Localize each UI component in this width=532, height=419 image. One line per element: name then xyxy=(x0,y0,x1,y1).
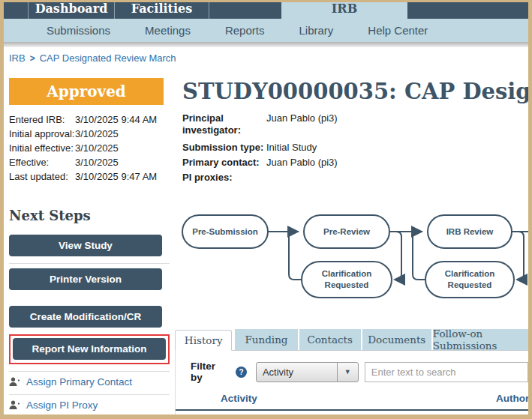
breadcrumb: IRB>CAP Designated Review March xyxy=(4,47,528,64)
breadcrumb-link-irb[interactable]: IRB xyxy=(9,52,26,64)
subnav-item-submissions[interactable]: Submissions xyxy=(47,24,110,37)
tab-contacts[interactable]: Contacts xyxy=(299,329,361,350)
state-label: Requested xyxy=(448,280,492,289)
status-details: Entered IRB: 3/10/2025 9:44 AM Initial a… xyxy=(9,112,175,184)
header-divider-strip xyxy=(4,42,528,47)
subnav-item-reports[interactable]: Reports xyxy=(225,24,265,37)
state-label: Clarification xyxy=(322,269,371,278)
detail-value: 3/10/2025 xyxy=(75,127,119,141)
info-value: Juan Pablo (pi3) xyxy=(266,112,338,136)
assign-primary-contact-link[interactable]: Assign Primary Contact xyxy=(9,376,175,388)
detail-label: Initial effective: xyxy=(9,141,75,155)
info-label: Principal investigator: xyxy=(182,112,266,136)
flow-loop xyxy=(289,232,302,280)
sidebar-divider xyxy=(9,263,170,264)
table-row: Letter Sent Max (irb xyxy=(176,411,528,415)
tab-funding[interactable]: Funding xyxy=(235,329,297,350)
info-value: Initial Study xyxy=(266,142,317,154)
state-label: Requested xyxy=(325,280,369,289)
sidebar-divider xyxy=(9,371,170,372)
tab-history[interactable]: History xyxy=(175,330,232,351)
detail-tabs: History Funding Contacts Documents Follo… xyxy=(175,329,528,350)
top-nav-fill xyxy=(407,2,528,19)
flow-loop xyxy=(413,232,425,280)
link-label: Assign PI Proxy xyxy=(26,400,98,411)
detail-row: Initial effective: 3/10/2025 xyxy=(9,141,175,155)
app-window: Dashboard Facilities IRB Submissions Mee… xyxy=(4,2,528,415)
report-new-information-button[interactable]: Report New Information xyxy=(13,338,166,360)
state-label: Pre-Review xyxy=(323,227,370,236)
detail-value: 3/10/2025 9:44 AM xyxy=(75,112,157,127)
study-info: Principal investigator: Juan Pablo (pi3)… xyxy=(182,112,528,184)
top-tab-label: Dashboard xyxy=(35,2,108,16)
status-badge: Approved xyxy=(9,78,164,105)
screenshot-frame: Dashboard Facilities IRB Submissions Mee… xyxy=(0,0,532,419)
flow-loop xyxy=(517,232,524,280)
add-user-icon xyxy=(9,377,20,387)
state-label: IRB Review xyxy=(446,227,494,236)
sidebar-divider xyxy=(9,394,170,395)
info-label: PI proxies: xyxy=(182,172,266,184)
detail-row: Entered IRB: 3/10/2025 9:44 AM xyxy=(9,112,175,127)
info-row: Primary contact: Juan Pablo (pi3) xyxy=(182,157,528,169)
top-tab-stub[interactable] xyxy=(4,2,28,19)
table-header: Activity Author xyxy=(176,393,528,408)
sub-nav-bar: Submissions Meetings Reports Library Hel… xyxy=(4,19,528,42)
breadcrumb-link-study[interactable]: CAP Designated Review March xyxy=(40,52,176,64)
info-row: PI proxies: xyxy=(182,172,528,184)
top-tab-label: Facilities xyxy=(131,2,192,16)
select-value: Activity xyxy=(257,367,337,378)
printer-version-button[interactable]: Printer Version xyxy=(9,268,162,290)
chevron-down-icon: ▼ xyxy=(337,363,358,382)
info-value: Juan Pablo (pi3) xyxy=(266,157,338,169)
column-header-activity[interactable]: Activity xyxy=(221,393,257,404)
subnav-item-help-center[interactable]: Help Center xyxy=(368,24,428,37)
info-label: Primary contact: xyxy=(182,157,266,169)
top-tab-label: IRB xyxy=(332,2,357,16)
state-label: Clarification xyxy=(445,269,494,278)
top-tab-facilities[interactable]: Facilities xyxy=(115,2,209,19)
info-label: Submission type: xyxy=(182,142,266,154)
sidebar: Approved Entered IRB: 3/10/2025 9:44 AM … xyxy=(9,78,175,411)
detail-value: 3/10/2025 xyxy=(75,155,119,169)
breadcrumb-separator: > xyxy=(30,53,35,64)
detail-label: Entered IRB: xyxy=(9,112,75,127)
flow-loop xyxy=(389,232,401,280)
page-content: IRB>CAP Designated Review March Approved… xyxy=(4,47,528,415)
top-tab-irb[interactable]: IRB xyxy=(281,2,407,19)
workflow-diagram: Pre-Submission Pre-Review IRB Review Cla… xyxy=(176,205,528,310)
help-icon[interactable]: ? xyxy=(236,367,247,378)
detail-row: Last updated: 3/10/2025 9:47 AM xyxy=(9,169,175,184)
top-tab-spacer xyxy=(209,2,281,19)
assign-pi-proxy-link[interactable]: Assign PI Proxy xyxy=(9,400,175,411)
filter-row: Filter by ? Activity ▼ xyxy=(176,351,528,383)
history-tab-panel: Filter by ? Activity ▼ Activity Author xyxy=(175,350,528,415)
study-title: STUDY00000035: CAP Designated Review Mar… xyxy=(182,78,528,106)
next-steps-heading: Next Steps xyxy=(9,208,175,223)
tab-follow-on-submissions[interactable]: Follow-on Submissions xyxy=(433,329,528,350)
detail-label: Initial approval: xyxy=(9,127,75,141)
subnav-item-library[interactable]: Library xyxy=(299,24,333,37)
state-label: Pre-Submission xyxy=(192,227,258,236)
detail-row: Initial approval: 3/10/2025 xyxy=(9,127,175,141)
state-clarification-requested xyxy=(425,262,514,298)
filter-by-label: Filter by xyxy=(191,361,230,383)
add-user-icon xyxy=(9,400,20,410)
info-row: Submission type: Initial Study xyxy=(182,142,528,154)
top-tab-dashboard[interactable]: Dashboard xyxy=(29,2,114,19)
subnav-item-meetings[interactable]: Meetings xyxy=(145,24,191,37)
filter-column-select[interactable]: Activity ▼ xyxy=(256,362,359,382)
detail-value: 3/10/2025 9:47 AM xyxy=(75,169,157,184)
highlight-box: Report New Information xyxy=(9,334,170,364)
top-nav-bar: Dashboard Facilities IRB xyxy=(4,2,528,19)
view-study-button[interactable]: View Study xyxy=(9,235,162,256)
create-modification-button[interactable]: Create Modification/CR xyxy=(9,306,162,328)
detail-label: Last updated: xyxy=(9,169,75,184)
detail-value: 3/10/2025 xyxy=(75,141,119,155)
tab-documents[interactable]: Documents xyxy=(362,329,431,350)
detail-label: Effective: xyxy=(9,155,75,169)
column-header-author[interactable]: Author xyxy=(496,393,528,404)
info-row: Principal investigator: Juan Pablo (pi3) xyxy=(182,112,528,136)
search-input[interactable] xyxy=(365,362,528,382)
main-panel: STUDY00000035: CAP Designated Review Mar… xyxy=(175,78,528,415)
